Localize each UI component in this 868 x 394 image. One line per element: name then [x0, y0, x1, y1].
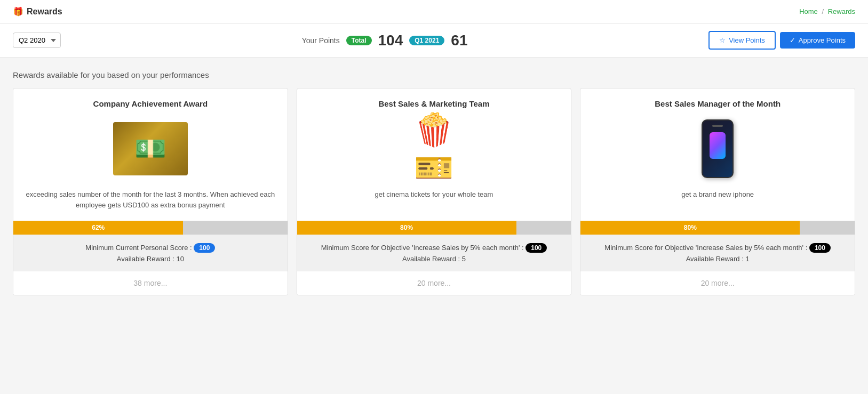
card-description-1: exceeding sales number of the month for … — [24, 189, 277, 210]
top-bar: 🎁 Rewards Home / Rewards — [0, 0, 868, 23]
breadcrumb: Home / Rewards — [799, 7, 855, 15]
progress-bar-wrap-2: 80% — [297, 221, 571, 235]
card-description-3: get a brand new iphone — [591, 189, 844, 200]
star-icon: ☆ — [719, 36, 726, 44]
reward-card-sales-manager: Best Sales Manager of the Month get a br… — [580, 88, 855, 295]
app-title: 🎁 Rewards — [13, 6, 62, 17]
money-image — [113, 122, 188, 175]
quarter-select[interactable]: Q1 2020 Q2 2020 Q3 2020 Q4 2020 Q1 2021 — [13, 33, 61, 48]
progress-bar-wrap-1: 62% — [13, 221, 288, 235]
card-reward-line-3: Available Reward : 1 — [589, 255, 846, 263]
q1-points: 61 — [451, 32, 467, 49]
view-points-button[interactable]: ☆ View Points — [708, 31, 776, 50]
score-badge-2: 100 — [525, 243, 547, 253]
card-info-3: Minimum Score for Objective 'Increase Sa… — [580, 235, 855, 271]
cards-grid: Company Achievement Award exceeding sale… — [13, 88, 855, 295]
approve-points-button[interactable]: ✓ Approve Points — [780, 32, 855, 49]
progress-bar-wrap-3: 80% — [580, 221, 855, 235]
card-score-line-3: Minimum Score for Objective 'Increase Sa… — [589, 243, 846, 253]
total-badge: Total — [346, 36, 372, 45]
card-body-2: Best Sales & Marketing Team 🍿🎫 get cinem… — [297, 89, 571, 221]
card-more-3[interactable]: 20 more... — [580, 271, 855, 295]
score-badge-3: 100 — [809, 243, 831, 253]
progress-bar-bg-2: 80% — [297, 221, 571, 235]
points-label: Your Points — [302, 36, 340, 45]
card-body-3: Best Sales Manager of the Month get a br… — [580, 89, 855, 221]
card-score-line-2: Minimum Score for Objective 'Increase Sa… — [306, 243, 563, 253]
breadcrumb-home[interactable]: Home — [799, 7, 818, 15]
progress-bar-bg-1: 62% — [13, 221, 288, 235]
card-info-2: Minimum Score for Objective 'Increase Sa… — [297, 235, 571, 271]
card-more-2[interactable]: 20 more... — [297, 271, 571, 295]
reward-card-company-achievement: Company Achievement Award exceeding sale… — [13, 88, 288, 295]
card-description-2: get cinema tickets for your whole team — [308, 189, 561, 200]
q1-badge: Q1 2021 — [409, 36, 444, 45]
card-reward-line-1: Available Reward : 10 — [22, 255, 279, 263]
card-score-line-1: Minimum Current Personal Score : 100 — [22, 243, 279, 253]
points-summary: Your Points Total 104 Q1 2021 61 — [302, 32, 468, 49]
card-progress-3: 80% — [580, 221, 855, 235]
breadcrumb-separator: / — [822, 7, 824, 15]
cinema-image: 🍿🎫 — [396, 119, 471, 178]
progress-bar-fill-2: 80% — [297, 221, 516, 235]
card-more-1[interactable]: 38 more... — [13, 271, 288, 295]
card-title-2: Best Sales & Marketing Team — [308, 99, 561, 108]
section-title: Rewards available for you based on your … — [13, 70, 855, 79]
card-title-3: Best Sales Manager of the Month — [591, 99, 844, 108]
breadcrumb-current[interactable]: Rewards — [828, 7, 855, 15]
card-info-1: Minimum Current Personal Score : 100 Ava… — [13, 235, 288, 271]
app-icon: 🎁 — [13, 6, 23, 17]
progress-bar-bg-3: 80% — [580, 221, 855, 235]
toolbar: Q1 2020 Q2 2020 Q3 2020 Q4 2020 Q1 2021 … — [0, 23, 868, 58]
card-image-1 — [113, 117, 188, 181]
progress-bar-fill-1: 62% — [13, 221, 183, 235]
progress-bar-fill-3: 80% — [580, 221, 800, 235]
reward-card-sales-marketing: Best Sales & Marketing Team 🍿🎫 get cinem… — [297, 88, 572, 295]
phone-image — [702, 119, 734, 178]
total-points: 104 — [378, 32, 403, 49]
card-progress-1: 62% — [13, 221, 288, 235]
check-icon: ✓ — [790, 36, 795, 44]
card-image-2: 🍿🎫 — [396, 117, 471, 181]
card-reward-line-2: Available Reward : 5 — [306, 255, 563, 263]
card-body-1: Company Achievement Award exceeding sale… — [13, 89, 288, 221]
card-progress-2: 80% — [297, 221, 571, 235]
card-title-1: Company Achievement Award — [24, 99, 277, 108]
score-badge-1: 100 — [194, 243, 215, 253]
card-image-3 — [680, 117, 755, 181]
main-content: Rewards available for you based on your … — [0, 58, 868, 308]
